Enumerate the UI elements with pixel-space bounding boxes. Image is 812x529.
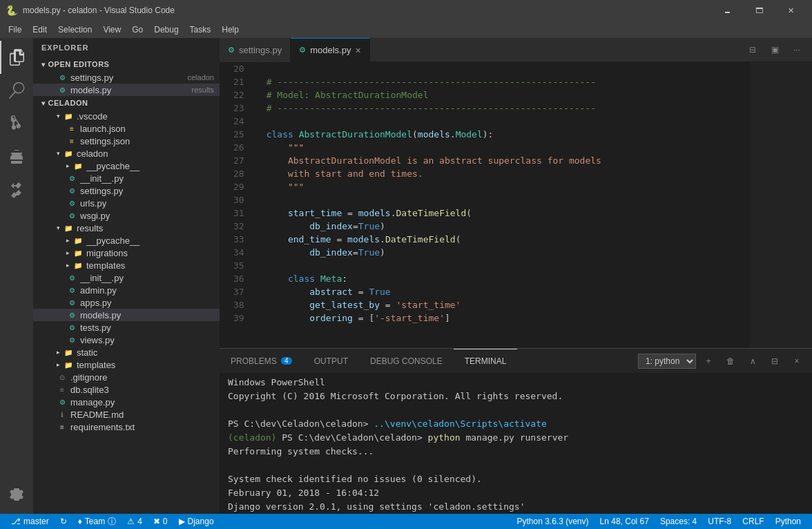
panel-maximize-button[interactable]: ∧ <box>743 352 762 371</box>
templates-results[interactable]: ▸ 📁 templates <box>33 259 220 271</box>
init-py-celadon-name: __init__.py <box>80 173 220 184</box>
settings-py-celadon[interactable]: ⚙ settings.py <box>33 184 220 197</box>
code-line-21: # --------------------------------------… <box>267 75 736 88</box>
menu-edit[interactable]: Edit <box>27 23 52 36</box>
status-sync[interactable]: ↻ <box>55 514 72 529</box>
code-content[interactable]: # --------------------------------------… <box>253 62 750 348</box>
git-icon: ⊙ <box>57 372 68 383</box>
init-py-results[interactable]: ⚙ __init__.py <box>33 271 220 284</box>
warning-count: 4 <box>137 517 142 526</box>
status-position[interactable]: Ln 48, Col 67 <box>594 514 655 529</box>
readme-md[interactable]: ℹ README.md <box>33 408 220 421</box>
migrations-folder[interactable]: ▸ 📁 migrations <box>33 247 220 259</box>
wsgi-py[interactable]: ⚙ wsgi.py <box>33 209 220 222</box>
tab-models[interactable]: ⚙ models.py × <box>291 38 369 62</box>
menu-selection[interactable]: Selection <box>52 23 97 36</box>
kill-terminal-button[interactable]: 🗑 <box>721 352 740 371</box>
chevron-right-icon-9: ▸ <box>57 361 60 368</box>
chevron-right-icon-3: ▸ <box>66 162 70 169</box>
tab-settings[interactable]: ⚙ settings.py <box>220 38 291 62</box>
tab-close-button[interactable]: × <box>355 45 360 56</box>
menu-help[interactable]: Help <box>216 23 244 36</box>
new-terminal-button[interactable]: + <box>699 352 718 371</box>
views-py[interactable]: ⚙ views.py <box>33 334 220 346</box>
gitignore[interactable]: ⊙ .gitignore <box>33 371 220 383</box>
vscode-folder[interactable]: ▾ 📁 .vscode <box>33 110 220 122</box>
results-folder[interactable]: ▾ 📁 results <box>33 222 220 234</box>
panel-split-button[interactable]: ⊟ <box>765 352 784 371</box>
status-warnings[interactable]: ⚠ 4 <box>122 514 148 529</box>
minimize-button[interactable]: 🗕 <box>711 0 743 21</box>
init-py-celadon[interactable]: ⚙ __init__.py <box>33 172 220 184</box>
status-errors[interactable]: ✖ 0 <box>148 514 173 529</box>
python-version-label: Python 3.6.3 (venv) <box>516 517 588 526</box>
settings-json[interactable]: ≡ settings.json <box>33 135 220 147</box>
menu-tasks[interactable]: Tasks <box>184 23 217 36</box>
menu-debug[interactable]: Debug <box>148 23 184 36</box>
requirements-txt[interactable]: ≡ requirements.txt <box>33 421 220 433</box>
chevron-right-icon-2: ▾ <box>57 150 60 157</box>
panel-tab-output[interactable]: OUTPUT <box>303 349 359 373</box>
requirements-name: requirements.txt <box>70 422 220 432</box>
team-label: Team <box>85 517 105 526</box>
urls-py[interactable]: ⚙ urls.py <box>33 197 220 209</box>
panel-tab-debug[interactable]: DEBUG CONSOLE <box>359 349 454 373</box>
status-team[interactable]: ♦ Team ⓘ <box>72 514 122 529</box>
maximize-button[interactable]: 🗖 <box>743 0 775 21</box>
pycache-name: __pycache__ <box>86 161 220 171</box>
manage-py[interactable]: ⚙ manage.py <box>33 396 220 408</box>
panel-close-button[interactable]: × <box>787 352 806 371</box>
status-spaces[interactable]: Spaces: 4 <box>655 514 702 529</box>
py-icon-4: ⚙ <box>66 185 77 196</box>
code-line-30 <box>267 193 736 206</box>
close-button[interactable]: ✕ <box>775 0 806 21</box>
activity-explorer[interactable] <box>0 41 33 74</box>
status-encoding[interactable]: UTF-8 <box>702 514 737 529</box>
open-file-settings-badge: celadon <box>187 73 214 81</box>
open-editors-section[interactable]: ▾ OPEN EDITORS <box>33 57 220 71</box>
launch-json[interactable]: ≡ launch.json <box>33 122 220 135</box>
tab-models-label: models.py <box>310 45 351 55</box>
panel-tab-terminal[interactable]: TERMINAL <box>454 349 518 373</box>
menu-file[interactable]: File <box>3 23 27 36</box>
status-django[interactable]: ▶ Django <box>173 514 220 529</box>
code-line-20 <box>267 62 736 75</box>
models-py[interactable]: ⚙ models.py <box>33 309 220 321</box>
open-file-settings[interactable]: ⚙ settings.py celadon <box>33 71 220 84</box>
code-line-27: AbstractDurationModel is an abstract sup… <box>267 154 736 167</box>
terminal-line-1: Windows PowerShell <box>228 376 804 389</box>
status-python-version[interactable]: Python 3.6.3 (venv) <box>511 514 594 529</box>
pycache-results[interactable]: ▸ 📁 __pycache__ <box>33 234 220 247</box>
celadon-folder[interactable]: ▾ 📁 celadon <box>33 147 220 160</box>
status-line-ending[interactable]: CRLF <box>737 514 769 529</box>
activity-source-control[interactable] <box>0 107 33 140</box>
admin-py[interactable]: ⚙ admin.py <box>33 284 220 296</box>
apps-py-name: apps.py <box>80 298 220 308</box>
templates-root[interactable]: ▸ 📁 templates <box>33 358 220 371</box>
db-sqlite3[interactable]: ≡ db.sqlite3 <box>33 383 220 396</box>
panel-tab-problems[interactable]: PROBLEMS 4 <box>220 349 303 373</box>
toggle-panel-button[interactable]: ▣ <box>765 40 784 59</box>
split-editor-button[interactable]: ⊟ <box>743 40 762 59</box>
menu-go[interactable]: Go <box>126 23 148 36</box>
spaces-label: Spaces: 4 <box>660 517 697 526</box>
activity-extensions[interactable] <box>0 173 33 206</box>
status-language[interactable]: Python <box>770 514 806 529</box>
menu-view[interactable]: View <box>97 23 126 36</box>
pycache-folder[interactable]: ▸ 📁 __pycache__ <box>33 160 220 172</box>
open-file-models[interactable]: ⚙ models.py results <box>33 84 220 96</box>
activity-debug[interactable] <box>0 140 33 173</box>
terminal-selector[interactable]: 1: python <box>638 354 696 369</box>
more-actions-button[interactable]: ··· <box>787 40 806 59</box>
vscode-folder-name: .vscode <box>77 111 220 122</box>
static-folder[interactable]: ▸ 📁 static <box>33 346 220 358</box>
activity-search[interactable] <box>0 74 33 107</box>
activity-settings[interactable] <box>0 478 33 511</box>
tests-py[interactable]: ⚙ tests.py <box>33 321 220 334</box>
apps-py[interactable]: ⚙ apps.py <box>33 296 220 309</box>
sidebar: EXPLORER ▾ OPEN EDITORS ⚙ settings.py ce… <box>33 38 220 514</box>
celadon-section[interactable]: ▾ CELADON <box>33 96 220 110</box>
status-branch[interactable]: ⎇ master <box>6 514 55 529</box>
open-editors-label: OPEN EDITORS <box>48 60 110 68</box>
terminal-content[interactable]: Windows PowerShell Copyright (C) 2016 Mi… <box>220 373 812 514</box>
